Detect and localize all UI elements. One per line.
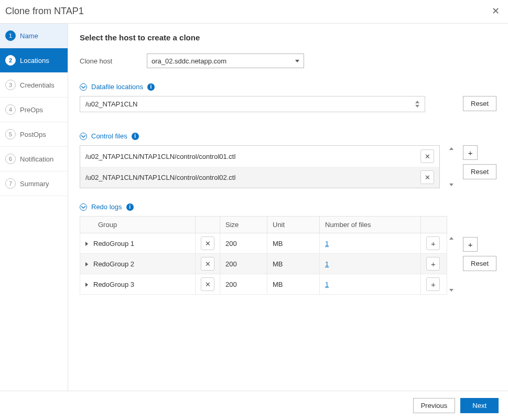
scroll-down-icon[interactable] <box>449 289 453 292</box>
remove-icon[interactable]: ✕ <box>420 170 434 184</box>
step-label: Locations <box>20 57 49 64</box>
datafile-location-input[interactable]: /u02_NTAP1CLN <box>80 96 425 112</box>
redo-add-button[interactable]: + <box>463 237 478 252</box>
col-size: Size <box>220 217 267 233</box>
add-file-button[interactable]: + <box>426 236 440 250</box>
close-icon[interactable]: ✕ <box>492 5 500 17</box>
chevron-down-icon <box>295 60 299 62</box>
clone-host-dropdown[interactable]: ora_02.sddc.netapp.com <box>147 53 304 68</box>
col-unit: Unit <box>267 217 320 233</box>
table-row: RedoGroup 1✕200MB1+ <box>80 233 447 254</box>
step-label: PostOps <box>20 131 46 138</box>
main-panel: Select the host to create a clone Clone … <box>68 24 508 391</box>
scroll-up-icon[interactable] <box>449 237 453 240</box>
dialog-title: Clone from NTAP1 <box>5 6 84 17</box>
step-number-icon: 3 <box>5 80 16 90</box>
clone-host-value: ora_02.sddc.netapp.com <box>152 57 226 65</box>
remove-icon[interactable]: ✕ <box>201 277 214 291</box>
clone-host-label: Clone host <box>80 57 147 65</box>
step-number-icon: 2 <box>5 55 16 66</box>
add-file-button[interactable]: + <box>426 257 440 271</box>
redo-size: 200 <box>220 274 267 295</box>
remove-icon[interactable]: ✕ <box>420 149 434 163</box>
scroll-down-icon[interactable] <box>449 184 453 186</box>
wizard-step-locations[interactable]: 2Locations <box>0 48 68 73</box>
redo-group-name: RedoGroup 2 <box>93 260 134 268</box>
next-button[interactable]: Next <box>460 398 499 413</box>
expand-icon[interactable] <box>85 283 88 287</box>
control-file-row[interactable]: /u02_NTAP1CLN/NTAP1CLN/control/control01… <box>80 146 439 167</box>
step-label: Notification <box>20 155 53 163</box>
wizard-step-summary[interactable]: 7Summary <box>0 171 68 196</box>
col-group: Group <box>80 217 196 233</box>
wizard-step-postops[interactable]: 5PostOps <box>0 122 68 147</box>
info-icon[interactable]: i <box>126 203 134 211</box>
redo-unit: MB <box>267 233 320 254</box>
wizard-sidebar: 1Name2Locations3Credentials4PreOps5PostO… <box>0 24 68 391</box>
datafile-location-value: /u02_NTAP1CLN <box>85 100 137 108</box>
step-number-icon: 6 <box>5 154 16 164</box>
redo-section-title: Redo logs <box>91 203 122 211</box>
control-files-list: /u02_NTAP1CLN/NTAP1CLN/control/control01… <box>80 145 440 188</box>
control-section-title: Control files <box>91 132 127 140</box>
redo-group-name: RedoGroup 1 <box>93 240 134 247</box>
collapse-icon[interactable] <box>80 83 87 91</box>
redo-reset-button[interactable]: Reset <box>463 256 496 271</box>
redo-file-count-link[interactable]: 1 <box>325 281 329 288</box>
dialog-footer: Previous Next <box>0 391 508 420</box>
redo-file-count-link[interactable]: 1 <box>325 260 329 268</box>
control-file-row[interactable]: /u02_NTAP1CLN/NTAP1CLN/control/control02… <box>80 167 439 188</box>
step-number-icon: 7 <box>5 178 16 189</box>
remove-icon[interactable]: ✕ <box>201 236 214 250</box>
wizard-step-credentials[interactable]: 3Credentials <box>0 73 68 98</box>
wizard-step-preops[interactable]: 4PreOps <box>0 98 68 122</box>
remove-icon[interactable]: ✕ <box>201 257 214 271</box>
table-row: RedoGroup 2✕200MB1+ <box>80 254 447 274</box>
col-numfiles: Number of files <box>320 217 421 233</box>
previous-button[interactable]: Previous <box>413 398 456 413</box>
title-bar: Clone from NTAP1 ✕ <box>0 0 508 24</box>
table-row: RedoGroup 3✕200MB1+ <box>80 274 447 295</box>
step-label: Name <box>20 32 38 40</box>
step-number-icon: 1 <box>5 30 16 41</box>
wizard-step-name[interactable]: 1Name <box>0 24 68 48</box>
step-label: Credentials <box>20 81 55 89</box>
collapse-icon[interactable] <box>80 133 87 140</box>
control-reset-button[interactable]: Reset <box>463 164 496 179</box>
control-add-button[interactable]: + <box>463 145 478 160</box>
redo-unit: MB <box>267 274 320 295</box>
control-file-path: /u02_NTAP1CLN/NTAP1CLN/control/control01… <box>85 153 420 160</box>
info-icon[interactable]: i <box>132 133 139 140</box>
control-file-path: /u02_NTAP1CLN/NTAP1CLN/control/control02… <box>85 174 420 181</box>
expand-icon[interactable] <box>85 242 88 246</box>
wizard-step-notification[interactable]: 6Notification <box>0 147 68 171</box>
redo-size: 200 <box>220 254 267 274</box>
scroll-up-icon[interactable] <box>449 147 453 150</box>
page-heading: Select the host to create a clone <box>80 33 496 42</box>
spinner-up-icon[interactable] <box>415 101 419 103</box>
add-file-button[interactable]: + <box>426 277 440 291</box>
step-number-icon: 5 <box>5 129 16 139</box>
expand-icon[interactable] <box>85 262 88 266</box>
collapse-icon[interactable] <box>80 203 87 211</box>
step-number-icon: 4 <box>5 104 16 115</box>
info-icon[interactable]: i <box>147 83 155 91</box>
spinner-down-icon[interactable] <box>415 105 419 107</box>
redo-size: 200 <box>220 233 267 254</box>
redo-logs-table: Group Size Unit Number of files RedoGrou… <box>80 216 447 295</box>
datafile-reset-button[interactable]: Reset <box>463 96 496 111</box>
datafile-section-title: Datafile locations <box>91 83 143 91</box>
step-label: PreOps <box>20 106 43 114</box>
redo-group-name: RedoGroup 3 <box>93 281 134 288</box>
step-label: Summary <box>20 180 49 188</box>
redo-unit: MB <box>267 254 320 274</box>
redo-file-count-link[interactable]: 1 <box>325 240 329 247</box>
